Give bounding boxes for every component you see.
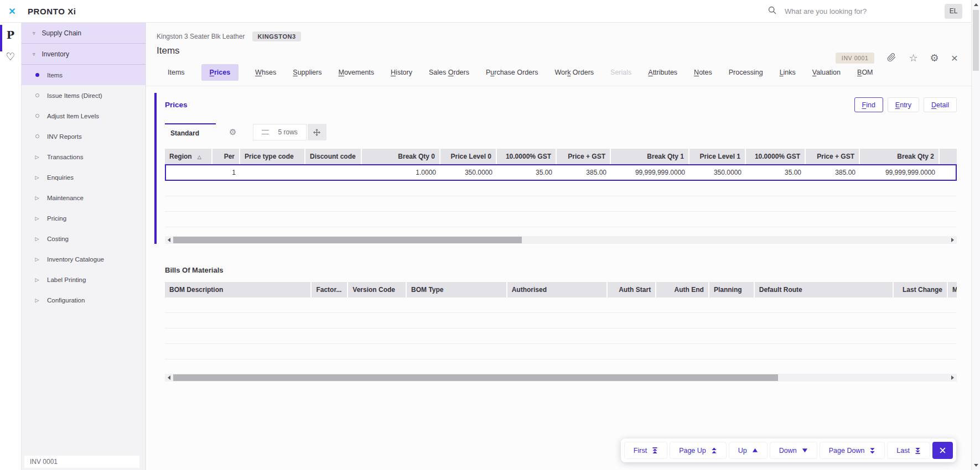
attachment-paperclip-icon[interactable] [886, 52, 896, 64]
prices-column-break-qty-0[interactable]: Break Qty 0 [362, 149, 439, 164]
bom-column-bom-type[interactable]: BOM Type [407, 282, 506, 297]
tab-whses[interactable]: Whses [255, 69, 276, 76]
bom-column-auth-start[interactable]: Auth Start [608, 282, 655, 297]
search-icon[interactable] [768, 6, 777, 17]
tab-serials[interactable]: Serials [610, 69, 631, 76]
sidebar-item-label: Enquiries [47, 174, 74, 181]
prices-column-price-type-code[interactable]: Price type code [240, 149, 304, 164]
favorite-star-icon[interactable]: ☆ [909, 53, 917, 63]
bom-column-factor[interactable]: Factor... [312, 282, 347, 297]
prices-column-10-0000-gst[interactable]: 10.0000% GST [746, 149, 805, 164]
settings-gear-icon[interactable]: ⚙ [930, 53, 939, 63]
sidebar-item-adjust-item-levels[interactable]: Adjust Item Levels [22, 106, 146, 126]
entry-button[interactable]: Entry [888, 97, 919, 112]
sidebar-group-inventory[interactable]: ▿Inventory [22, 44, 146, 65]
user-avatar[interactable]: EL [945, 4, 962, 19]
scroll-down-arrow[interactable] [974, 464, 978, 467]
favorites-heart-icon[interactable]: ♡ [0, 50, 21, 63]
bom-column-default-route[interactable]: Default Route [755, 282, 893, 297]
tab-items[interactable]: Items [168, 69, 185, 76]
menu-close-icon[interactable]: ✕ [0, 6, 24, 17]
sidebar-item-pricing[interactable]: ▷Pricing [22, 208, 146, 228]
bom-column-authorised[interactable]: Authorised [507, 282, 607, 297]
tab-processing[interactable]: Processing [729, 69, 763, 76]
scrollbar-thumb[interactable] [173, 237, 522, 243]
page-up-button[interactable]: Page Up [670, 442, 727, 459]
tab-movements[interactable]: Movements [338, 69, 374, 76]
bom-column-auth-end[interactable]: Auth End [656, 282, 708, 297]
bom-column-last-change[interactable]: Last Change [894, 282, 947, 297]
prices-empty-row [165, 196, 957, 212]
prices-column-price-level-0[interactable]: Price Level 0 [440, 149, 496, 164]
tab-work-orders[interactable]: Work Orders [554, 69, 594, 76]
sidebar-item-maintenance[interactable]: ▷Maintenance [22, 187, 146, 208]
close-nav-icon[interactable] [932, 442, 953, 459]
scroll-up-arrow[interactable] [974, 3, 978, 6]
scrollbar-thumb[interactable] [973, 10, 979, 71]
tab-attributes[interactable]: Attributes [648, 69, 677, 76]
scroll-left-arrow[interactable] [165, 236, 173, 244]
sidebar-item-inv-reports[interactable]: INV Reports [22, 126, 146, 147]
scroll-right-arrow[interactable] [948, 374, 957, 382]
bom-column-bom-description[interactable]: BOM Description [165, 282, 310, 297]
view-tab-standard[interactable]: Standard [165, 123, 216, 141]
expand-arrow-icon: ▷ [34, 297, 40, 303]
last-button[interactable]: Last [887, 442, 930, 459]
scrollbar-track[interactable] [173, 374, 948, 382]
sidebar-item-transactions[interactable]: ▷Transactions [22, 147, 146, 167]
tab-bom[interactable]: BOM [857, 69, 873, 76]
bom-empty-rows [165, 297, 957, 359]
sidebar-group-supply-chain[interactable]: ▿Supply Chain [22, 23, 146, 44]
search-input[interactable] [785, 7, 909, 15]
sidebar-item-label-printing[interactable]: ▷Label Printing [22, 269, 146, 290]
prices-selected-row[interactable]: 11.0000350.000035.00385.0099,999,999.000… [165, 164, 957, 181]
prices-column-price-gst[interactable]: Price + GST [806, 149, 859, 164]
move-grid-icon[interactable] [308, 124, 326, 140]
screen-code-badge: INV 0001 [836, 53, 875, 64]
prices-column-10-0000-gst[interactable]: 10.0000% GST [497, 149, 556, 164]
prices-column-break-qty-2[interactable]: Break Qty 2 [860, 149, 938, 164]
window-scrollbar[interactable] [971, 0, 980, 470]
detail-button[interactable]: Detail [924, 97, 957, 112]
tab-purchase-orders[interactable]: Purchase Orders [486, 69, 538, 76]
sidebar-item-label: Adjust Item Levels [47, 113, 99, 119]
rows-selector[interactable]: 5 rows [253, 124, 306, 140]
sidebar-item-items[interactable]: Items [22, 65, 146, 85]
bom-column-m[interactable]: M [948, 282, 957, 297]
tab-sales-orders[interactable]: Sales Orders [429, 69, 469, 76]
prices-column-price-gst[interactable]: Price + GST [557, 149, 610, 164]
scrollbar-thumb[interactable] [173, 374, 778, 381]
prices-column-per[interactable]: Per [212, 149, 239, 164]
first-button[interactable]: First [624, 442, 667, 459]
page-down-button[interactable]: Page Down [820, 442, 885, 459]
prices-column-price-level-1[interactable]: Price Level 1 [689, 149, 745, 164]
sidebar-item-issue-items-direct[interactable]: Issue Items (Direct) [22, 85, 146, 106]
find-button[interactable]: Find [854, 97, 883, 112]
sidebar-item-costing[interactable]: ▷Costing [22, 228, 146, 249]
prices-column-break-qty-1[interactable]: Break Qty 1 [611, 149, 688, 164]
up-icon [752, 447, 758, 453]
prices-column-discount-code[interactable]: Discount code [305, 149, 361, 164]
prices-column-spacer[interactable] [940, 149, 957, 164]
price-cell-price-level-1: 350.0000 [691, 169, 746, 176]
up-button[interactable]: Up [729, 442, 768, 459]
close-screen-icon[interactable]: × [951, 52, 958, 64]
grid-settings-gear-icon[interactable]: ⚙ [229, 127, 236, 137]
tab-prices[interactable]: Prices [201, 64, 239, 81]
sidebar-item-enquiries[interactable]: ▷Enquiries [22, 167, 146, 187]
prices-column-region[interactable]: Region△ [165, 149, 211, 164]
bom-column-planning[interactable]: Planning [709, 282, 754, 297]
sidebar-item-inventory-catalogue[interactable]: ▷Inventory Catalogue [22, 249, 146, 269]
tab-notes[interactable]: Notes [694, 69, 712, 76]
bom-column-version-code[interactable]: Version Code [348, 282, 406, 297]
pronto-bookmark-icon[interactable]: P [0, 29, 21, 41]
tab-valuation[interactable]: Valuation [812, 69, 841, 76]
tab-suppliers[interactable]: Suppliers [293, 69, 322, 76]
scroll-right-arrow[interactable] [948, 236, 957, 244]
tab-links[interactable]: Links [780, 69, 796, 76]
scroll-left-arrow[interactable] [165, 374, 173, 382]
tab-history[interactable]: History [391, 69, 412, 76]
down-button[interactable]: Down [770, 442, 817, 459]
sidebar-item-configuration[interactable]: ▷Configuration [22, 290, 146, 310]
scrollbar-track[interactable] [173, 236, 948, 244]
